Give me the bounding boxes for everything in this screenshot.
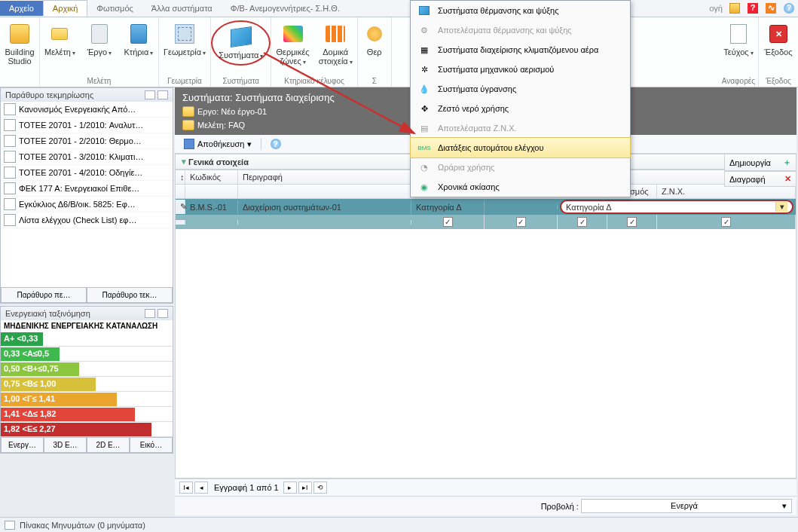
energy-tab-2[interactable]: 2D E… <box>87 437 130 453</box>
menu-humidification[interactable]: 💧Συστήματα ύγρανσης <box>411 79 630 99</box>
energy-tab-3[interactable]: Εικό… <box>130 437 173 453</box>
btn-systems[interactable]: Συστήματα <box>211 20 271 66</box>
view-label: Προβολή : <box>541 502 579 511</box>
disk-icon <box>184 139 194 149</box>
help-icon[interactable]: ? <box>782 2 796 15</box>
cube-icon <box>417 5 432 17</box>
globe-icon: ◉ <box>417 181 432 193</box>
menu-heating-cooling[interactable]: Συστήματα θέρμανσης και ψύξης <box>411 1 630 20</box>
energy-bar: 1,41 <Δ≤ 1,82 <box>1 408 135 421</box>
energy-bar: 0,33 <A≤0,5 <box>1 347 60 361</box>
doc-item[interactable]: TOTEE 20701 - 4/2010: Οδηγίε… <box>1 165 173 181</box>
doc-icon <box>4 119 16 131</box>
systems-dropdown-menu: Συστήματα θέρμανσης και ψύξης ⚙Αποτελέσμ… <box>410 0 631 197</box>
btn-ergo[interactable]: Έργο <box>80 20 119 60</box>
checkbox-light[interactable]: ✓ <box>627 217 637 227</box>
grid-icon: ▦ <box>417 44 432 56</box>
wand-icon[interactable] <box>728 2 741 15</box>
checkbox-air[interactable]: ✓ <box>577 217 587 227</box>
energy-bar: 0,50 <B+≤0,75 <box>1 362 79 376</box>
tab-other-systems[interactable]: Άλλα συστήματα <box>142 1 222 16</box>
energy-tab-1[interactable]: 3D E… <box>44 437 87 453</box>
energy-bar: 1,82 <E≤ 2,27 <box>1 423 151 436</box>
btn-structural[interactable]: Δομικά στοιχεία <box>314 20 357 69</box>
record-counter: Εγγραφή 1 από 1 <box>214 483 279 492</box>
nav-first[interactable]: І◂ <box>179 482 193 494</box>
nav-refresh[interactable]: ⟲ <box>313 482 327 494</box>
rss-icon[interactable]: ∿ <box>764 2 778 15</box>
energy-row: 1,00 <Γ≤ 1,41 <box>1 392 173 407</box>
doc-item[interactable]: TOTEE 20701 - 3/2010: Κλιματι… <box>1 149 173 165</box>
view-bar: Προβολή : Ενεργά▾ <box>175 496 796 515</box>
doc-icon <box>4 182 16 194</box>
nav-prev[interactable]: ◂ <box>194 482 208 494</box>
doc-item[interactable]: TOTEE 20701 - 1/2010: Αναλυτ… <box>1 118 173 133</box>
create-button[interactable]: Δημιουργία＋ <box>724 154 796 171</box>
menu-auto-control[interactable]: BMSΔιατάξεις αυτομάτου ελέγχου <box>410 137 631 158</box>
doc-icon <box>4 103 16 115</box>
menu-mechanical-ventilation[interactable]: ✲Συστήματα μηχανικού αερισμού <box>411 60 630 79</box>
table-icon: ▤ <box>417 122 432 134</box>
menu-hot-water[interactable]: ✥Ζεστό νερό χρήσης <box>411 99 630 118</box>
checkbox-znx[interactable]: ✓ <box>721 217 731 227</box>
view-select[interactable]: Ενεργά▾ <box>581 499 792 513</box>
btn-ther-partial[interactable]: Θερ <box>358 20 391 58</box>
doc-item[interactable]: Εγκύκλιος Δ6/Β/οικ. 5825: Εφ… <box>1 197 173 212</box>
tab-file[interactable]: Αρχείο <box>0 1 43 16</box>
doc-item[interactable]: Λίστα ελέγχου (Check List) εφ… <box>1 212 173 228</box>
tab-partial[interactable]: ογή <box>706 1 726 16</box>
btn-meleti[interactable]: Μελέτη <box>40 20 80 60</box>
save-button[interactable]: Αποθήκευση ▾ <box>179 137 256 151</box>
energy-tab-0[interactable]: Ενεργ… <box>1 437 44 453</box>
doc-item[interactable]: Κανονισμός Ενεργειακής Από… <box>1 102 173 118</box>
docs-tab-2[interactable]: Παράθυρο τεκ… <box>87 287 173 303</box>
doc-item[interactable]: TOTEE 20701 - 2/2010: Θερμο… <box>1 133 173 149</box>
menu-air-management[interactable]: ▦Συστήματα διαχείρισης κλιματιζόμενου αέ… <box>411 40 630 60</box>
energy-row: 0,75 <B≤ 1,00 <box>1 377 173 392</box>
droplet-icon: 💧 <box>417 83 432 95</box>
category-dropdown[interactable]: Κατηγορία Δ▾ <box>560 200 793 214</box>
energy-bar: 1,00 <Γ≤ 1,41 <box>1 393 117 406</box>
x-icon: ✕ <box>784 174 791 184</box>
doc-icon <box>4 151 16 163</box>
messages-icon[interactable] <box>5 521 15 530</box>
btn-geometry[interactable]: Γεωμετρία <box>159 20 210 60</box>
checkbox-heat[interactable]: ✓ <box>443 217 453 227</box>
delete-button[interactable]: Διαγραφή✕ <box>724 171 796 187</box>
menu-znx-results: ▤Αποτελέσματα Ζ.Ν.Χ. <box>411 118 630 138</box>
folder-icon <box>182 120 194 130</box>
right-actions: Δημιουργία＋ Διαγραφή✕ <box>724 154 796 187</box>
col-code[interactable]: Κωδικός <box>185 170 238 184</box>
checkbox-cool[interactable]: ✓ <box>516 217 526 227</box>
energy-row: 1,82 <E≤ 2,27 <box>1 422 173 437</box>
row-selector-header[interactable]: ↕ <box>176 170 185 184</box>
energy-bar: 0,75 <B≤ 1,00 <box>1 378 96 391</box>
btn-thermal-zones[interactable]: Θερμικές ζώνες <box>271 20 313 69</box>
doc-icon <box>4 135 16 147</box>
group-geometry-label: Γεωμετρία <box>159 75 210 87</box>
help-red-icon[interactable]: ? <box>746 2 760 15</box>
panel-min-icon[interactable] <box>145 90 155 99</box>
energy-title-row: ΜΗΔΕΝΙΚΗΣ ΕΝΕΡΓΕΙΑΚΗΣ ΚΑΤΑΝΑΛΩΣΗ <box>1 320 173 332</box>
menu-shading-times[interactable]: ◉Χρονικά σκίασης <box>411 177 630 197</box>
btn-exit[interactable]: ✕ Έξοδος <box>759 20 798 58</box>
btn-building-studio[interactable]: Building Studio <box>0 20 39 67</box>
panel-close-icon[interactable] <box>157 309 168 318</box>
nav-last[interactable]: ▸І <box>298 482 312 494</box>
btn-tefxos[interactable]: Τεύχος <box>719 20 758 60</box>
tab-lighting[interactable]: Φωτισμός <box>87 1 142 16</box>
help-button[interactable]: ? <box>266 137 286 151</box>
col-desc[interactable]: Περιγραφή <box>238 170 411 184</box>
btn-ktiria[interactable]: Κτήρια <box>119 20 158 60</box>
panel-close-icon[interactable] <box>157 90 168 99</box>
docs-tab-1[interactable]: Παράθυρο πε… <box>1 287 87 303</box>
panel-min-icon[interactable] <box>145 309 155 318</box>
nav-next[interactable]: ▸ <box>283 482 297 494</box>
group-partial-label: Σ <box>358 75 391 87</box>
tab-home[interactable]: Αρχική <box>43 0 87 17</box>
chevron-down-icon: ▾ <box>782 501 787 511</box>
energy-row: 0,50 <B+≤0,75 <box>1 362 173 377</box>
tab-pv[interactable]: Φ/Β- Ανεμογεννήτριες- Σ.Η.Θ. <box>222 1 349 16</box>
doc-item[interactable]: ΦΕΚ 177 Α: Ενεργειακοί Επιθε… <box>1 181 173 197</box>
table-row[interactable]: ✎ B.M.S.-01 Διαχείριση συστημάτων-01 Κατ… <box>176 199 796 215</box>
